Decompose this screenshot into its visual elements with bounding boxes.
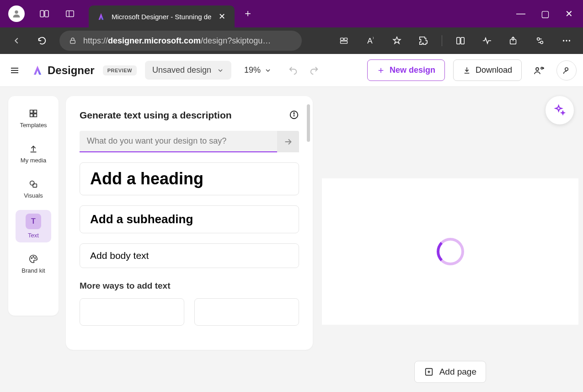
palette-icon: [28, 253, 39, 264]
generate-button[interactable]: [277, 131, 299, 152]
svg-rect-28: [34, 114, 37, 117]
svg-point-22: [536, 68, 539, 70]
text-icon: T: [26, 214, 41, 229]
tab-close-button[interactable]: ✕: [217, 11, 227, 22]
chevron-down-icon: [217, 67, 224, 74]
text-template-card[interactable]: [80, 298, 184, 326]
read-aloud-icon[interactable]: A⁾: [362, 32, 379, 49]
chevron-down-icon: [264, 67, 272, 74]
svg-rect-7: [344, 38, 348, 40]
account-button[interactable]: [556, 60, 577, 81]
text-prompt-input[interactable]: [80, 131, 277, 152]
svg-rect-26: [34, 110, 37, 113]
hamburger-menu[interactable]: [6, 62, 23, 79]
tab-title: Microsoft Designer - Stunning de: [112, 13, 211, 21]
account-sync-icon[interactable]: [532, 32, 548, 49]
maximize-button[interactable]: ▢: [541, 8, 550, 19]
new-design-button[interactable]: New design: [367, 59, 445, 81]
visuals-icon: [28, 178, 39, 189]
download-button[interactable]: Download: [453, 59, 522, 81]
minimize-button[interactable]: —: [516, 8, 525, 19]
svg-point-15: [566, 40, 567, 41]
add-page-button[interactable]: Add page: [414, 361, 486, 383]
svg-point-16: [569, 40, 570, 41]
svg-rect-1: [40, 11, 44, 17]
app-root: Designer PREVIEW Unsaved design 19% New …: [0, 54, 583, 392]
svg-rect-9: [457, 38, 460, 44]
svg-rect-27: [30, 114, 33, 117]
sidebar-item-visuals[interactable]: Visuals: [16, 175, 51, 203]
zoom-value: 19%: [244, 65, 261, 75]
more-ways-title: More ways to add text: [80, 281, 299, 291]
svg-rect-5: [70, 40, 75, 43]
templates-icon: [28, 108, 39, 119]
app-mode-icon[interactable]: [336, 32, 352, 49]
svg-rect-8: [341, 41, 348, 43]
info-icon: [289, 110, 299, 120]
add-heading-option[interactable]: Add a heading: [80, 162, 299, 195]
share-icon[interactable]: [505, 32, 522, 49]
svg-point-33: [35, 258, 36, 258]
person-icon: [11, 9, 21, 19]
ai-sparkle-button[interactable]: [546, 96, 574, 124]
extensions-icon[interactable]: [415, 32, 432, 49]
panel-title: Generate text using a description: [80, 110, 299, 121]
more-menu-button[interactable]: [558, 32, 575, 49]
refresh-button[interactable]: [34, 32, 50, 49]
svg-point-36: [294, 113, 294, 113]
close-window-button[interactable]: ✕: [565, 8, 573, 19]
browser-toolbar: https://designer.microsoft.com/design?sk…: [0, 27, 583, 54]
tab-actions-icon[interactable]: [64, 8, 76, 20]
share-people-button[interactable]: [530, 61, 548, 80]
canvas-area: [322, 96, 578, 392]
app-logo[interactable]: Designer: [31, 64, 95, 77]
add-subheading-option[interactable]: Add a subheading: [80, 205, 299, 233]
sidebar-item-mymedia[interactable]: My media: [16, 140, 51, 167]
panel-scrollbar[interactable]: [307, 104, 310, 142]
svg-point-29: [30, 181, 34, 185]
browser-titlebar: Microsoft Designer - Stunning de ✕ ＋ — ▢…: [0, 0, 583, 27]
sidebar-item-brandkit[interactable]: Brand kit: [16, 250, 51, 278]
url-text: https://designer.microsoft.com/design?sk…: [83, 36, 271, 46]
svg-rect-2: [45, 11, 48, 17]
svg-point-13: [540, 41, 543, 44]
app-name: Designer: [48, 64, 95, 77]
document-name: Unsaved design: [152, 65, 211, 75]
designer-favicon-icon: [96, 11, 106, 21]
svg-point-24: [565, 68, 568, 70]
svg-point-0: [15, 11, 18, 14]
plus-square-icon: [424, 367, 434, 377]
split-screen-icon[interactable]: [452, 32, 469, 49]
profile-avatar[interactable]: [8, 5, 25, 22]
svg-rect-3: [66, 11, 74, 17]
new-tab-button[interactable]: ＋: [243, 6, 253, 20]
designer-logo-icon: [31, 64, 44, 77]
text-template-card[interactable]: [194, 298, 299, 326]
design-canvas[interactable]: [322, 178, 578, 325]
health-icon[interactable]: [479, 32, 495, 49]
svg-point-12: [537, 38, 540, 41]
browser-tab[interactable]: Microsoft Designer - Stunning de ✕: [89, 5, 235, 27]
plus-icon: [377, 66, 385, 75]
sidebar-item-templates[interactable]: Templates: [16, 104, 51, 132]
upload-icon: [28, 143, 39, 154]
undo-button[interactable]: [288, 65, 298, 75]
svg-rect-10: [461, 38, 464, 44]
document-name-dropdown[interactable]: Unsaved design: [145, 61, 231, 80]
info-button[interactable]: [289, 110, 299, 120]
app-header: Designer PREVIEW Unsaved design 19% New …: [0, 54, 583, 87]
address-bar[interactable]: https://designer.microsoft.com/design?sk…: [59, 31, 302, 51]
sidebar-item-text[interactable]: T Text: [16, 210, 51, 242]
svg-rect-25: [30, 110, 33, 113]
workspaces-icon[interactable]: [38, 8, 50, 20]
svg-point-14: [563, 40, 564, 41]
back-button[interactable]: [8, 32, 25, 49]
svg-rect-6: [341, 38, 344, 40]
zoom-control[interactable]: 19%: [244, 65, 272, 75]
loading-spinner: [437, 238, 464, 265]
download-icon: [463, 66, 471, 75]
add-body-option[interactable]: Add body text: [80, 243, 299, 268]
lock-icon: [69, 37, 77, 45]
redo-button[interactable]: [309, 65, 319, 75]
favorite-icon[interactable]: [389, 32, 405, 49]
